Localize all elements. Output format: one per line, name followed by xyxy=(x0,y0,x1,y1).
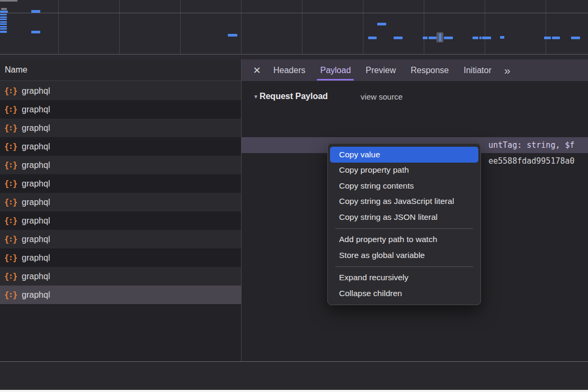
request-timing-bar xyxy=(0,16,7,18)
json-fetch-icon: {∶} xyxy=(4,142,17,152)
request-timing-bar xyxy=(1,8,7,10)
menu-item-store-as-global-variable[interactable]: Store as global variable xyxy=(330,247,478,263)
request-timing-bar xyxy=(500,36,504,39)
payload-operationname-row[interactable]: operationName: "ipFlowTimeseries" xyxy=(242,121,588,137)
name-column-label: Name xyxy=(5,65,28,75)
close-panel-button[interactable]: ✕ xyxy=(248,59,266,81)
request-name: graphql xyxy=(22,179,50,189)
menu-item-collapse-children[interactable]: Collapse children xyxy=(330,286,478,301)
more-tabs-button[interactable]: » xyxy=(499,59,516,81)
request-row[interactable]: {∶}graphql xyxy=(0,230,241,248)
request-timing-bar xyxy=(0,19,7,20)
request-row[interactable]: {∶}graphql xyxy=(0,193,241,211)
menu-item-add-property-path-to-watch[interactable]: Add property path to watch xyxy=(330,232,478,248)
property-value-fragment: ee5588fdad995178a0 xyxy=(488,153,575,169)
menu-item-copy-string-as-javascript-literal[interactable]: Copy string as JavaScript literal xyxy=(330,194,478,210)
request-row[interactable]: {∶}graphql xyxy=(0,82,241,100)
menu-item-copy-value[interactable]: Copy value xyxy=(330,147,478,163)
request-name: graphql xyxy=(22,161,50,170)
request-timing-bar xyxy=(31,31,40,33)
request-list: {∶}graphql{∶}graphql{∶}graphql{∶}graphql… xyxy=(0,82,241,361)
request-timing-bar xyxy=(0,21,7,23)
request-row[interactable]: {∶}graphql xyxy=(0,267,241,286)
context-menu: Copy valueCopy property pathCopy string … xyxy=(327,143,481,305)
request-row[interactable]: {∶}graphql xyxy=(0,174,241,193)
timeline-gridline xyxy=(424,0,424,54)
request-row[interactable]: {∶}graphql xyxy=(0,286,241,304)
json-fetch-icon: {∶} xyxy=(4,161,17,170)
request-timing-bar xyxy=(0,14,7,15)
property-value-fragment: untTag: string, $f xyxy=(488,137,575,153)
menu-item-copy-string-as-json-literal[interactable]: Copy string as JSON literal xyxy=(330,209,478,225)
request-name: graphql xyxy=(22,290,50,300)
request-timing-bar xyxy=(423,37,427,39)
request-timing-bar xyxy=(0,31,7,33)
name-column-header[interactable]: Name xyxy=(0,59,241,81)
request-timing-bar xyxy=(0,11,8,13)
request-name: graphql xyxy=(22,235,50,244)
devtools-window: Name {∶}graphql{∶}graphql{∶}graphql{∶}gr… xyxy=(0,0,588,392)
request-timing-bar xyxy=(482,37,491,39)
menu-item-expand-recursively[interactable]: Expand recursively xyxy=(330,270,478,286)
request-timing-bar xyxy=(377,23,386,25)
json-fetch-icon: {∶} xyxy=(4,179,17,189)
tab-response[interactable]: Response xyxy=(403,59,456,81)
timeline-gridline xyxy=(0,13,588,13)
window-bottom-edge xyxy=(0,390,588,392)
json-fetch-icon: {∶} xyxy=(4,290,17,300)
section-title: Request Payload xyxy=(260,92,328,101)
json-fetch-icon: {∶} xyxy=(4,198,17,207)
tab-payload[interactable]: Payload xyxy=(313,59,358,81)
request-name: graphql xyxy=(22,142,50,152)
request-name: graphql xyxy=(22,105,50,114)
request-row[interactable]: {∶}graphql xyxy=(0,248,241,267)
tab-headers[interactable]: Headers xyxy=(266,59,313,81)
json-fetch-icon: {∶} xyxy=(4,123,17,133)
request-name: graphql xyxy=(22,123,50,133)
json-fetch-icon: {∶} xyxy=(4,86,17,96)
request-name: graphql xyxy=(22,216,50,226)
timeline-gridline xyxy=(485,0,485,54)
request-row[interactable]: {∶}graphql xyxy=(0,100,241,119)
panel-divider[interactable] xyxy=(241,59,242,390)
request-name: graphql xyxy=(22,253,50,263)
request-row[interactable]: {∶}graphql xyxy=(0,119,241,137)
section-collapse-arrow-icon[interactable]: ▼ xyxy=(253,94,259,100)
request-timing-bar xyxy=(479,37,482,39)
request-name: graphql xyxy=(22,272,50,281)
menu-item-copy-property-path[interactable]: Copy property path xyxy=(330,163,478,179)
tab-preview[interactable]: Preview xyxy=(358,59,403,81)
details-tab-bar: ✕ HeadersPayloadPreviewResponseInitiator… xyxy=(242,59,588,81)
menu-item-copy-string-contents[interactable]: Copy string contents xyxy=(330,178,478,194)
request-timing-bar xyxy=(31,10,40,13)
timeline-gridline xyxy=(180,0,181,54)
request-name: graphql xyxy=(22,86,50,96)
tabs: HeadersPayloadPreviewResponseInitiator xyxy=(266,59,499,81)
request-row[interactable]: {∶}graphql xyxy=(0,137,241,156)
request-name: graphql xyxy=(22,198,50,207)
request-timing-bar xyxy=(552,37,560,39)
request-row[interactable]: {∶}graphql xyxy=(0,211,241,230)
request-payload-section-header[interactable]: ▼ Request Payload view source xyxy=(242,87,588,105)
timeline-gridline xyxy=(363,0,363,54)
request-row[interactable]: {∶}graphql xyxy=(0,156,241,174)
request-timing-bar xyxy=(544,37,551,39)
json-fetch-icon: {∶} xyxy=(4,253,17,263)
network-overview-timeline[interactable] xyxy=(0,0,588,59)
timeline-gridline xyxy=(119,0,120,54)
request-timing-bar xyxy=(394,37,403,39)
menu-divider xyxy=(335,228,473,229)
timeline-gridline xyxy=(241,0,242,54)
payload-root-row[interactable]: ▼ {operationName: "ipFlowTimeseries", va… xyxy=(242,105,588,121)
tab-initiator[interactable]: Initiator xyxy=(456,59,498,81)
request-timing-bar xyxy=(228,34,237,37)
close-icon: ✕ xyxy=(253,65,261,76)
request-timing-bar xyxy=(439,33,441,41)
request-timing-bar xyxy=(0,0,17,2)
json-fetch-icon: {∶} xyxy=(4,105,17,114)
json-fetch-icon: {∶} xyxy=(4,272,17,281)
timeline-gridline xyxy=(0,54,588,55)
view-source-link[interactable]: view source xyxy=(361,92,403,101)
timeline-gridline xyxy=(546,0,546,54)
request-timing-bar xyxy=(444,37,453,39)
